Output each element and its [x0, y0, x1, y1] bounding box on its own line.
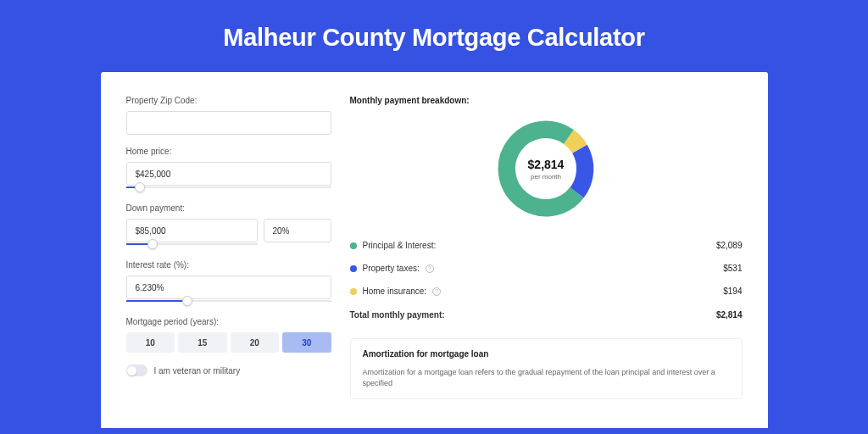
info-icon[interactable]: ?	[432, 287, 441, 296]
veteran-toggle[interactable]	[126, 364, 147, 376]
page-title: Malheur County Mortgage Calculator	[47, 24, 821, 52]
zip-field: Property Zip Code:	[126, 96, 331, 135]
veteran-label: I am veteran or military	[154, 366, 241, 376]
home-price-slider[interactable]	[126, 185, 331, 192]
line-label: Principal & Interest:	[363, 241, 437, 250]
period-button-10[interactable]: 10	[126, 332, 175, 353]
home-price-field: Home price:	[126, 147, 331, 192]
down-payment-label: Down payment:	[126, 203, 331, 213]
donut-container: $2,814 per month	[350, 117, 743, 220]
breakdown-title: Monthly payment breakdown:	[350, 96, 743, 105]
dot-icon	[350, 288, 357, 295]
line-item-insurance: Home insurance: ? $194	[350, 280, 743, 303]
period-field: Mortgage period (years): 10 15 20 30	[126, 317, 331, 353]
line-label: Home insurance:	[363, 287, 427, 296]
interest-input[interactable]	[126, 275, 331, 299]
donut-amount: $2,814	[528, 158, 565, 171]
interest-field: Interest rate (%):	[126, 260, 331, 305]
interest-label: Interest rate (%):	[126, 260, 331, 270]
line-value: $2,089	[716, 241, 743, 250]
down-payment-field: Down payment:	[126, 203, 331, 248]
donut-center: $2,814 per month	[528, 158, 565, 181]
line-item-taxes: Property taxes: ? $531	[350, 257, 743, 280]
period-label: Mortgage period (years):	[126, 317, 331, 326]
line-value: $194	[723, 287, 742, 296]
veteran-row: I am veteran or military	[126, 364, 331, 376]
slider-thumb-icon[interactable]	[147, 239, 158, 249]
total-value: $2,814	[716, 310, 743, 320]
calculator-card: Property Zip Code: Home price: Down paym…	[101, 72, 768, 428]
donut-sub: per month	[528, 173, 565, 181]
zip-label: Property Zip Code:	[126, 96, 331, 105]
home-price-input[interactable]	[126, 162, 331, 186]
slider-thumb-icon[interactable]	[182, 296, 192, 306]
period-button-15[interactable]: 15	[178, 332, 227, 353]
page-background: Malheur County Mortgage Calculator Prope…	[0, 0, 868, 434]
interest-slider[interactable]	[126, 298, 331, 305]
line-item-principal: Principal & Interest: $2,089	[350, 234, 743, 257]
dot-icon	[350, 265, 357, 272]
total-label: Total monthly payment:	[350, 310, 445, 320]
toggle-knob-icon	[127, 366, 136, 376]
breakdown-column: Monthly payment breakdown: $2,814 per mo…	[350, 96, 743, 428]
home-price-label: Home price:	[126, 147, 331, 156]
line-value: $531	[723, 264, 742, 273]
amortization-text: Amortization for a mortgage loan refers …	[363, 367, 730, 388]
slider-thumb-icon[interactable]	[135, 182, 145, 192]
period-button-30[interactable]: 30	[282, 332, 331, 353]
period-button-20[interactable]: 20	[231, 332, 280, 353]
info-icon[interactable]: ?	[426, 264, 434, 273]
amortization-panel: Amortization for mortgage loan Amortizat…	[350, 338, 743, 399]
input-column: Property Zip Code: Home price: Down paym…	[126, 96, 331, 428]
line-label: Property taxes:	[363, 264, 420, 273]
dot-icon	[350, 242, 357, 249]
line-item-total: Total monthly payment: $2,814	[350, 303, 743, 326]
down-payment-amount-input[interactable]	[126, 219, 258, 242]
down-payment-pct-input[interactable]	[264, 219, 331, 242]
period-button-group: 10 15 20 30	[126, 332, 331, 353]
amortization-title: Amortization for mortgage loan	[363, 349, 730, 359]
down-payment-slider[interactable]	[126, 242, 258, 248]
zip-input[interactable]	[126, 111, 331, 135]
payment-donut-chart: $2,814 per month	[494, 117, 598, 220]
